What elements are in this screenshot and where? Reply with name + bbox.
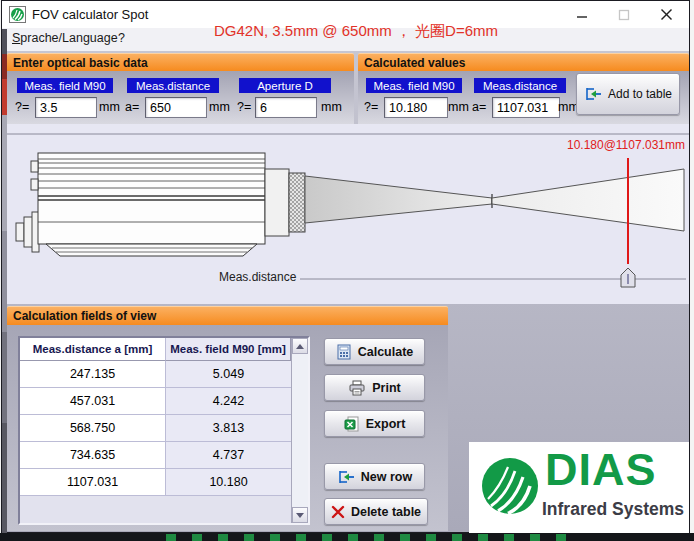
add-to-table-label: Add to table	[608, 87, 672, 101]
minimize-button[interactable]	[567, 1, 597, 28]
dias-subtitle: Infrared Systems	[542, 499, 684, 520]
panel-header: Enter optical basic data	[7, 53, 354, 71]
grid-cell[interactable]: 10.180	[166, 469, 291, 496]
unit-label: mm	[448, 100, 469, 114]
menu-item-language[interactable]: Sprache/Language	[8, 31, 122, 45]
scroll-up-button[interactable]	[292, 338, 308, 354]
grid-cell[interactable]: 734.635	[20, 442, 166, 469]
dias-wordmark: DIAS	[545, 444, 657, 496]
delete-table-label: Delete table	[351, 505, 421, 519]
grid-cell[interactable]: 1107.031	[20, 469, 166, 496]
scroll-down-button[interactable]	[292, 507, 308, 523]
export-button[interactable]: Export	[324, 410, 425, 437]
panel-body: Meas. field M90 Meas.distance ?= mm a= m…	[358, 71, 689, 124]
field-label-aperture-d: Aperture D	[239, 78, 331, 93]
panel-body: Meas. field M90 Meas.distance Aperture D…	[7, 71, 354, 124]
calculator-icon	[336, 344, 352, 360]
unit-label: mm	[321, 100, 342, 114]
prefix-label: ?=	[364, 100, 378, 114]
calculate-button[interactable]: Calculate	[324, 338, 425, 365]
application-window: FOV calculator Spot Sprache/Language ? D…	[1, 0, 690, 533]
grid-cell[interactable]: 3.813	[166, 415, 291, 442]
delete-x-icon	[331, 505, 345, 519]
aperture-d-input[interactable]	[255, 97, 317, 118]
close-button[interactable]	[651, 1, 681, 28]
new-row-button[interactable]: New row	[324, 463, 425, 490]
maximize-button[interactable]	[609, 1, 639, 28]
add-row-icon	[337, 469, 355, 485]
minimize-icon	[576, 9, 588, 21]
meas-distance-axis-label: Meas.distance	[215, 270, 300, 284]
delete-table-button[interactable]: Delete table	[324, 498, 428, 525]
new-row-label: New row	[361, 470, 412, 484]
add-to-table-button[interactable]: Add to table	[576, 73, 680, 115]
prefix-label: a=	[472, 100, 486, 114]
grid-cell[interactable]: 568.750	[20, 415, 166, 442]
maximize-icon	[618, 9, 630, 21]
panel-enter-optical-basic-data: Enter optical basic data Meas. field M90…	[7, 53, 354, 124]
dias-logo-area: DIAS Infrared Systems	[469, 442, 689, 533]
arrow-up-icon	[296, 344, 304, 349]
panel-header-calculation-fields: Calculation fields of view	[7, 306, 448, 325]
prefix-label: a=	[125, 100, 139, 114]
marker-value-label: 10.180@1107.031mm	[567, 138, 685, 152]
window-title: FOV calculator Spot	[32, 7, 148, 22]
grid-cell[interactable]: 4.242	[166, 388, 291, 415]
export-label: Export	[366, 417, 406, 431]
fov-diagram: 10.180@1107.031mm Meas.distance	[7, 124, 689, 304]
column-header-distance: Meas.distance a [mm]	[20, 338, 166, 361]
dias-logo-icon	[481, 457, 539, 515]
arrow-down-icon	[296, 513, 304, 518]
meas-field-m90-input[interactable]	[35, 97, 97, 118]
field-label-meas-distance: Meas.distance	[474, 78, 566, 93]
add-row-icon	[584, 86, 602, 102]
background-window-content	[150, 534, 570, 541]
meas-distance-input[interactable]	[145, 97, 207, 118]
screenshot-root: FOV calculator Spot Sprache/Language ? D…	[0, 0, 694, 541]
unit-label: mm	[209, 100, 230, 114]
print-label: Print	[372, 381, 400, 395]
calc-meas-field-m90-output[interactable]	[384, 97, 448, 118]
field-label-meas-field-m90: Meas. field M90	[17, 78, 113, 93]
printer-icon	[348, 380, 366, 396]
field-label-meas-distance: Meas.distance	[127, 78, 219, 93]
panel-calculated-values: Calculated values Meas. field M90 Meas.d…	[358, 53, 689, 124]
prefix-label: ?=	[15, 100, 29, 114]
results-grid: Meas.distance a [mm] Meas. field M90 [mm…	[18, 336, 310, 525]
calculate-label: Calculate	[358, 345, 414, 359]
column-header-field: Meas. field M90 [mm]	[166, 338, 291, 361]
background-window-edge	[2, 29, 7, 534]
grid-cell[interactable]: 247.135	[20, 361, 166, 388]
lens-info-text: DG42N, 3.5mm @ 650mm ， 光圈D=6mm	[214, 22, 498, 41]
excel-export-icon	[344, 416, 360, 432]
unit-label: mm	[99, 100, 120, 114]
app-logo-icon	[9, 6, 26, 23]
grid-scrollbar[interactable]	[291, 338, 308, 523]
grid-cell[interactable]: 5.049	[166, 361, 291, 388]
desktop-background	[690, 0, 694, 533]
grid-cell[interactable]: 457.031	[20, 388, 166, 415]
menu-item-help[interactable]: ?	[114, 31, 129, 45]
calc-meas-distance-output[interactable]	[492, 97, 560, 118]
grid-cell[interactable]: 4.737	[166, 442, 291, 469]
slider-handle	[621, 268, 635, 287]
print-button[interactable]: Print	[324, 374, 425, 401]
panel-header: Calculated values	[358, 53, 689, 71]
background-window-strip	[0, 533, 694, 541]
field-label-meas-field-m90: Meas. field M90	[366, 78, 462, 93]
close-icon	[660, 8, 673, 21]
prefix-label: ?=	[237, 100, 251, 114]
